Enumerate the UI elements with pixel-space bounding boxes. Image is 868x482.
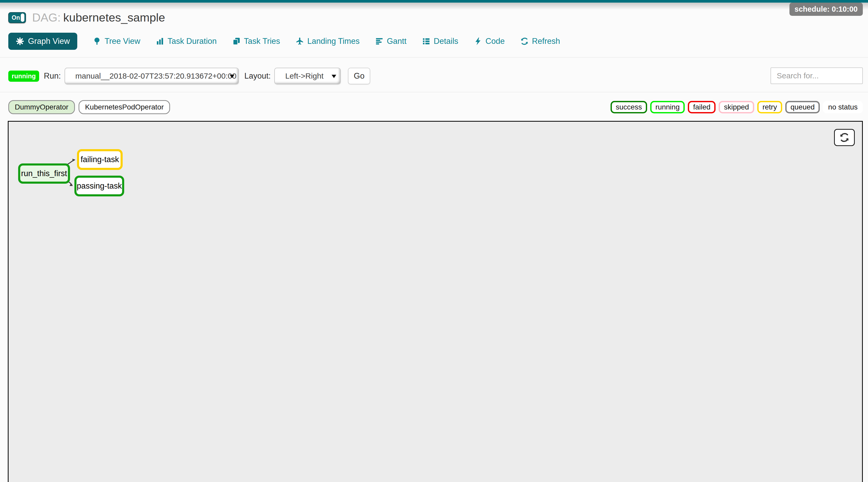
- title-prefix: DAG:: [32, 11, 61, 24]
- tab-landing-times[interactable]: Landing Times: [296, 37, 360, 46]
- tab-graph-view[interactable]: Graph View: [8, 33, 77, 50]
- tab-label: Task Tries: [244, 37, 280, 46]
- edge-run-this-first-to-passing-task: [68, 182, 72, 186]
- status-pill-retry: retry: [757, 101, 782, 113]
- status-pill-skipped: skipped: [719, 101, 754, 113]
- status-pill-running: running: [650, 101, 685, 113]
- tab-label: Task Duration: [167, 37, 217, 46]
- tab-label: Code: [486, 37, 505, 46]
- tab-details[interactable]: Details: [422, 37, 458, 46]
- status-pill-failed: failed: [688, 101, 716, 113]
- caret-down-icon: [230, 75, 235, 78]
- tab-label: Gantt: [387, 37, 406, 46]
- edge-run-this-first-to-failing-task: [68, 160, 75, 164]
- page-title: DAG:kubernetes_sample: [32, 11, 165, 24]
- task-node-run-this-first[interactable]: run_this_first: [18, 163, 70, 184]
- status-legend: success running failed skipped retry que…: [611, 101, 863, 113]
- layout-label: Layout:: [245, 71, 271, 81]
- bolt-icon: [474, 37, 482, 46]
- tab-code[interactable]: Code: [474, 37, 505, 46]
- operator-pill-kubernetespodoperator[interactable]: KubernetesPodOperator: [79, 100, 170, 114]
- search-input[interactable]: [771, 67, 863, 84]
- canvas-refresh-button[interactable]: [834, 129, 855, 146]
- task-node-passing-task[interactable]: passing-task: [74, 176, 124, 197]
- tab-tree-view[interactable]: Tree View: [93, 37, 140, 46]
- run-label: Run:: [44, 71, 61, 81]
- legend-row: DummyOperator KubernetesPodOperator succ…: [8, 100, 863, 114]
- divider: [0, 57, 868, 58]
- graph-canvas[interactable]: run_this_first failing-task passing-task: [8, 121, 863, 482]
- caret-down-icon: [332, 75, 336, 78]
- tab-task-tries[interactable]: Task Tries: [232, 37, 280, 46]
- status-pill-no-status: no status: [823, 101, 863, 113]
- divider: [0, 92, 868, 92]
- top-navbar: [0, 0, 868, 3]
- layout-select[interactable]: Left->Right: [274, 68, 341, 84]
- run-select-value: manual__2018-02-07T23:57:20.913672+00:00: [65, 71, 237, 81]
- run-form: running Run: manual__2018-02-07T23:57:20…: [8, 67, 863, 85]
- toggle-knob: [21, 13, 24, 22]
- run-status-badge: running: [8, 70, 39, 82]
- operator-pill-dummyoperator[interactable]: DummyOperator: [8, 100, 75, 114]
- tab-label: Tree View: [104, 37, 140, 46]
- dag-on-toggle[interactable]: On: [8, 12, 26, 23]
- refresh-icon: [839, 132, 849, 143]
- dag-name: kubernetes_sample: [63, 11, 165, 24]
- toggle-on-label: On: [12, 14, 20, 21]
- tab-task-duration[interactable]: Task Duration: [156, 37, 217, 46]
- status-pill-success: success: [611, 101, 647, 113]
- run-select[interactable]: manual__2018-02-07T23:57:20.913672+00:00: [65, 68, 239, 84]
- tree-icon: [93, 37, 101, 46]
- tab-gantt[interactable]: Gantt: [375, 37, 406, 46]
- refresh-icon: [520, 37, 529, 46]
- list-icon: [422, 37, 430, 46]
- task-node-failing-task[interactable]: failing-task: [77, 149, 123, 170]
- copy-icon: [232, 37, 241, 46]
- tab-label: Landing Times: [307, 37, 360, 46]
- view-tabs: Graph View Tree View Task Duration Task …: [8, 33, 863, 50]
- tab-label: Details: [434, 37, 458, 46]
- plane-icon: [296, 37, 304, 46]
- layout-select-value: Left->Right: [275, 71, 323, 81]
- go-button[interactable]: Go: [348, 68, 370, 84]
- graph-burst-icon: [16, 37, 24, 46]
- dag-header: On DAG:kubernetes_sample: [8, 11, 863, 24]
- align-left-icon: [375, 37, 383, 46]
- schedule-badge: schedule: 0:10:00: [789, 3, 863, 16]
- bar-chart-icon: [156, 37, 164, 46]
- navbar-shadow: [0, 3, 868, 10]
- tab-refresh[interactable]: Refresh: [520, 37, 560, 46]
- tab-label: Refresh: [532, 37, 560, 46]
- tab-label: Graph View: [28, 37, 70, 46]
- status-pill-queued: queued: [785, 101, 820, 113]
